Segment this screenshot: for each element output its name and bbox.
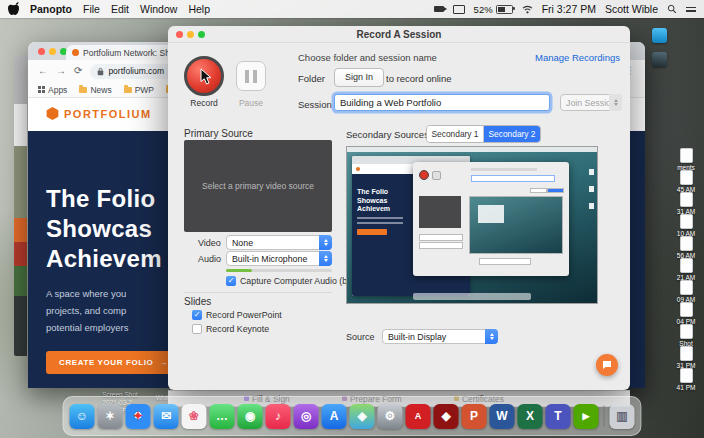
capture-computer-audio-checkbox[interactable]: ✓Capture Computer Audio (beta) bbox=[226, 276, 362, 286]
dialog-minimize-button[interactable] bbox=[187, 31, 194, 38]
video-source-dropdown[interactable]: None bbox=[226, 235, 332, 250]
tab-secondary-2[interactable]: Secondary 2 bbox=[484, 126, 540, 142]
battery-indicator[interactable]: 52% bbox=[474, 4, 513, 15]
dialog-close-button[interactable] bbox=[176, 31, 183, 38]
system-preferences-icon[interactable]: ⚙ bbox=[378, 404, 403, 429]
facetime-icon[interactable]: ◉ bbox=[238, 404, 263, 429]
help-chat-button[interactable] bbox=[596, 354, 618, 376]
menu-help[interactable]: Help bbox=[188, 3, 210, 15]
reload-button[interactable]: ⟳ bbox=[74, 66, 82, 76]
dialog-zoom-button[interactable] bbox=[198, 31, 205, 38]
pause-button[interactable] bbox=[236, 61, 266, 91]
folder-label: Folder bbox=[298, 73, 325, 84]
create-folio-button[interactable]: CREATE YOUR FOLIO → bbox=[46, 351, 181, 374]
audio-level-fill bbox=[226, 269, 252, 272]
checkbox-label: Record Keynote bbox=[206, 324, 269, 334]
screen-recording-icon[interactable] bbox=[434, 6, 444, 12]
session-label: Session bbox=[298, 99, 332, 110]
secondary-source-preview: The Folio Showcas Achievem bbox=[346, 146, 598, 304]
desktop-file[interactable]: ments bbox=[664, 148, 704, 171]
window-minimize-button[interactable] bbox=[49, 48, 56, 55]
file-icon bbox=[680, 170, 693, 185]
desktop-file[interactable]: 10 AM bbox=[664, 214, 704, 237]
portfolium-logo[interactable]: PORTFOLIUM bbox=[46, 107, 152, 120]
menu-window[interactable]: Window bbox=[140, 3, 177, 15]
display-source-dropdown[interactable]: Built-in Display bbox=[382, 329, 498, 344]
join-session-dropdown[interactable]: Join Session bbox=[560, 94, 622, 111]
display-mirroring-icon[interactable] bbox=[453, 5, 465, 14]
adobe-icon[interactable]: ◆ bbox=[434, 404, 459, 429]
photos-icon[interactable]: ❀ bbox=[182, 404, 207, 429]
record-button-label: Record bbox=[184, 98, 224, 108]
menu-file[interactable]: File bbox=[83, 3, 100, 15]
teams-icon[interactable]: T bbox=[546, 404, 571, 429]
safari-icon[interactable]: ✦ bbox=[126, 404, 151, 429]
mini-text-bar bbox=[357, 217, 403, 219]
powerpoint-icon[interactable]: P bbox=[462, 404, 487, 429]
apple-menu[interactable] bbox=[8, 2, 19, 17]
desktop-app-icon[interactable] bbox=[652, 28, 667, 43]
manage-recordings-link[interactable]: Manage Recordings bbox=[535, 52, 620, 63]
music-icon[interactable]: ♪ bbox=[266, 404, 291, 429]
back-button[interactable]: ← bbox=[38, 66, 48, 76]
forward-button[interactable]: → bbox=[56, 66, 66, 76]
panopto-icon[interactable]: ▶ bbox=[574, 404, 599, 429]
dialog-title: Record A Session bbox=[168, 26, 630, 43]
window-close-button[interactable] bbox=[38, 48, 45, 55]
menu-bar: Panopto File Edit Window Help 52% Fri 3:… bbox=[0, 0, 704, 18]
stepper-icon bbox=[319, 235, 332, 250]
desktop-file[interactable]: 21 AM bbox=[664, 258, 704, 281]
mini-desktop-icons bbox=[589, 169, 594, 209]
audio-source-dropdown[interactable]: Built-in Microphone bbox=[226, 251, 332, 266]
spotlight-search-icon[interactable] bbox=[667, 4, 677, 14]
word-icon[interactable]: W bbox=[490, 404, 515, 429]
primary-source-placeholder: Select a primary video source bbox=[202, 181, 314, 191]
slides-divider bbox=[184, 292, 332, 293]
trash-icon[interactable]: ▥ bbox=[610, 404, 635, 429]
excel-icon[interactable]: X bbox=[518, 404, 543, 429]
desktop-file[interactable]: 56 AM bbox=[664, 236, 704, 259]
desktop-file[interactable]: 31 PM bbox=[664, 346, 704, 369]
record-keynote-checkbox[interactable]: Record Keynote bbox=[192, 324, 269, 334]
mini-secondary-tabs bbox=[530, 188, 564, 193]
desktop-file[interactable]: 41 PM bbox=[664, 368, 704, 391]
record-powerpoint-checkbox[interactable]: ✓Record PowerPoint bbox=[192, 310, 282, 320]
user-menu[interactable]: Scott Wible bbox=[605, 3, 658, 15]
bookmark-folder-pwp[interactable]: PWP bbox=[124, 85, 154, 95]
tab-secondary-1[interactable]: Secondary 1 bbox=[427, 126, 484, 142]
desktop-file[interactable]: 45 AM bbox=[664, 170, 704, 193]
dock-separator bbox=[604, 405, 605, 427]
session-name-input[interactable] bbox=[334, 94, 550, 111]
menu-edit[interactable]: Edit bbox=[111, 3, 129, 15]
primary-source-preview: Select a primary video source bbox=[184, 140, 332, 232]
desktop-file[interactable]: Shot bbox=[664, 324, 704, 347]
maps-icon[interactable]: ◈ bbox=[350, 404, 375, 429]
bookmark-folder-news[interactable]: News bbox=[79, 85, 111, 95]
wifi-icon[interactable] bbox=[522, 5, 533, 14]
desktop-file[interactable]: 09 AM bbox=[664, 280, 704, 303]
file-label: 41 PM bbox=[664, 384, 704, 391]
bookmark-apps[interactable]: Apps bbox=[38, 85, 67, 95]
notification-center-icon[interactable] bbox=[686, 7, 696, 12]
podcasts-icon[interactable]: ◎ bbox=[294, 404, 319, 429]
sign-in-button[interactable]: Sign In bbox=[334, 68, 384, 87]
mini-record-dialog bbox=[413, 162, 569, 276]
acrobat-icon[interactable]: A bbox=[406, 404, 431, 429]
record-session-dialog: Record A Session Record Pause Choose fol… bbox=[168, 26, 630, 390]
desktop-file[interactable]: 04 PM bbox=[664, 302, 704, 325]
app-menu-panopto[interactable]: Panopto bbox=[30, 3, 72, 15]
folder-icon bbox=[124, 87, 132, 93]
finder-icon[interactable]: ☺ bbox=[70, 404, 95, 429]
messages-icon[interactable]: … bbox=[210, 404, 235, 429]
menu-clock[interactable]: Fri 3:27 PM bbox=[542, 3, 596, 15]
file-icon bbox=[680, 214, 693, 229]
launchpad-icon[interactable]: ✶ bbox=[98, 404, 123, 429]
checkbox-label: Capture Computer Audio (beta) bbox=[240, 276, 362, 286]
desktop: ments 45 AM 31 AM 10 AM 56 AM 21 AM 09 A… bbox=[0, 0, 704, 438]
mail-icon[interactable]: ✉ bbox=[154, 404, 179, 429]
desktop-file[interactable]: 31 AM bbox=[664, 192, 704, 215]
file-icon bbox=[680, 346, 693, 361]
desktop-app-icon[interactable] bbox=[652, 52, 667, 67]
app-store-icon[interactable]: A bbox=[322, 404, 347, 429]
file-icon bbox=[680, 148, 693, 163]
